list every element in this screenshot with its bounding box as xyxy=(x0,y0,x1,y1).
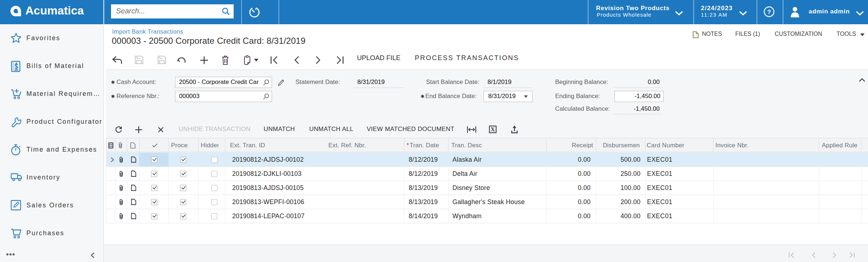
svg-text:?: ? xyxy=(767,9,771,16)
svg-text:X: X xyxy=(491,126,495,133)
